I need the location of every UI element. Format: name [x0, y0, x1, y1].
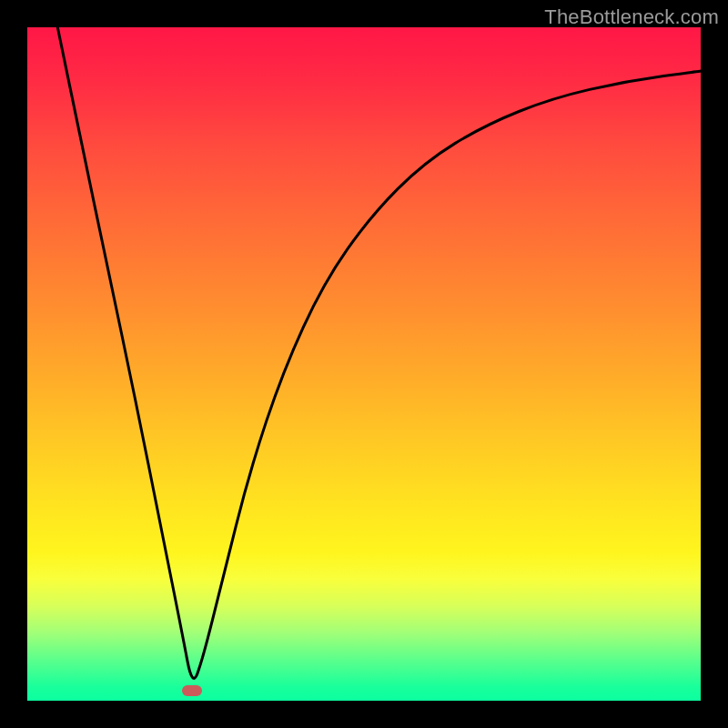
bottleneck-curve [57, 27, 701, 678]
chart-frame: TheBottleneck.com [0, 0, 728, 728]
curve-svg [27, 27, 701, 701]
plot-area [27, 27, 701, 701]
watermark-text: TheBottleneck.com [544, 5, 719, 29]
minimum-marker [182, 685, 202, 696]
